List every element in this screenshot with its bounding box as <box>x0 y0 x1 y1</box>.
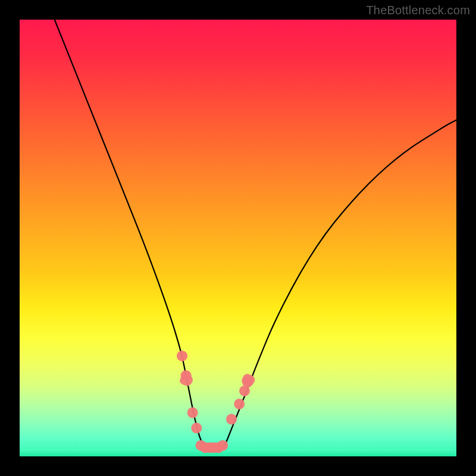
marker-dot <box>191 422 202 433</box>
bottleneck-markers <box>177 350 255 453</box>
marker-dot <box>187 408 198 418</box>
marker-dot <box>177 350 187 361</box>
chart-container: TheBottleneck.com <box>0 0 476 476</box>
marker-dot <box>234 399 245 409</box>
marker-dot <box>217 440 228 451</box>
marker-dot <box>226 414 237 425</box>
plot-area <box>20 20 456 456</box>
chart-svg <box>20 20 456 456</box>
watermark-text: TheBottleneck.com <box>366 4 470 17</box>
bottleneck-curve <box>55 20 456 451</box>
